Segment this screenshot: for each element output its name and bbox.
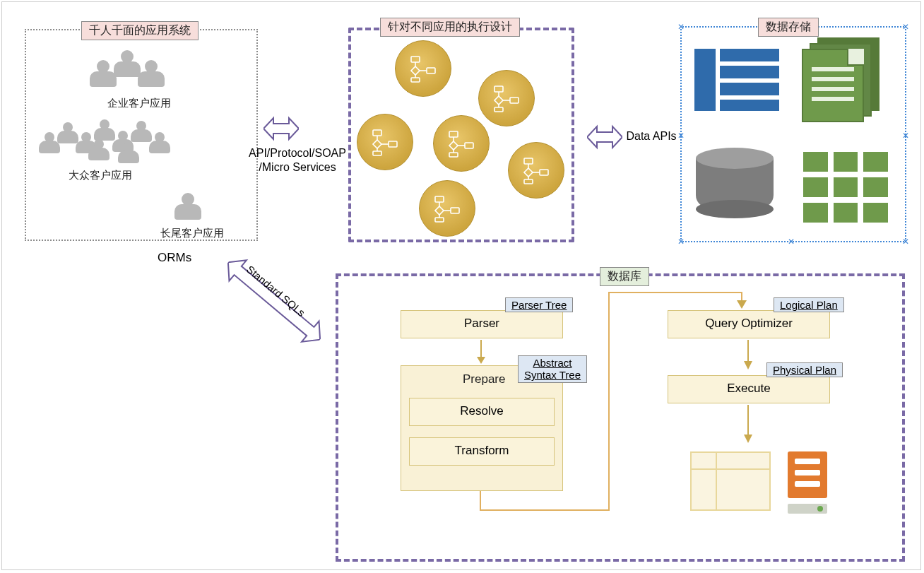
svg-rect-10 [389,141,397,147]
mass-clients-icon [39,115,187,172]
exec-node-icon [433,115,490,172]
exec-node-icon [508,142,564,199]
data-apis-arrow [587,122,622,152]
svg-rect-7 [494,107,503,112]
longtail-client-label: 长尾客户应用 [160,227,224,240]
svg-rect-23 [435,218,444,222]
enterprise-clients-icon [90,50,174,100]
physical-plan-chip: Physical Plan [766,362,843,377]
query-optimizer-stage: Query Optimizer [668,310,830,338]
svg-rect-2 [427,68,435,73]
clients-box: 千人千面的应用系统 企业客户应用 大众客户应用 长尾客户应用 [25,29,258,241]
parser-stage: Parser [401,310,563,338]
svg-rect-20 [435,196,444,202]
arrow-down-icon [741,340,755,371]
svg-marker-33 [744,435,752,443]
orms-label: ORMs [158,251,191,265]
logical-plan-chip: Logical Plan [774,297,844,312]
clients-title: 千人千面的应用系统 [81,21,199,40]
standard-sqls-arrow [218,250,331,353]
svg-rect-16 [524,158,533,164]
svg-marker-31 [744,361,752,370]
svg-marker-28 [477,357,485,364]
mass-clients-label: 大众客户应用 [69,169,132,182]
svg-rect-8 [373,130,381,136]
svg-marker-29 [737,300,747,309]
storage-title: 数据存储 [758,18,819,37]
svg-rect-12 [449,131,458,137]
svg-rect-19 [524,179,533,184]
execute-stage: Execute [668,375,830,403]
data-apis-label: Data APIs [620,129,683,143]
svg-marker-25 [587,126,622,148]
grid-storage-icon [803,152,888,223]
svg-marker-1 [411,66,420,75]
arrow-down-icon [741,405,755,444]
svg-rect-4 [494,86,503,92]
svg-rect-14 [465,143,473,148]
svg-rect-6 [510,98,519,103]
svg-marker-17 [524,168,533,177]
svg-rect-15 [449,153,458,157]
result-table-icon [690,451,771,511]
exec-node-icon [478,70,535,126]
result-disk-icon [788,504,827,514]
files-storage-icon [802,37,879,115]
result-server-icon [788,451,827,498]
architecture-diagram: 千人千面的应用系统 企业客户应用 大众客户应用 长尾客户应用 ORMs [1,1,921,570]
storage-box: ✕ ✕ ✕ ✕ ✕ ✕ ✕ ✕ [680,26,906,242]
execution-title: 针对不同应用的执行设计 [380,18,520,37]
transform-substage: Transform [409,437,555,466]
database-cylinder-icon [696,148,774,218]
ast-chip: Abstract Syntax Tree [518,355,587,383]
svg-rect-11 [373,151,381,155]
enterprise-clients-label: 企业客户应用 [107,97,171,110]
database-title: 数据库 [600,267,649,286]
arrow-down-icon [474,340,488,365]
svg-marker-21 [435,206,444,215]
svg-rect-22 [451,208,459,213]
svg-marker-5 [494,96,503,105]
exec-node-icon [395,40,451,97]
parser-tree-chip: Parser Tree [505,297,573,312]
exec-node-icon [419,180,475,237]
svg-rect-3 [411,78,420,82]
prepare-label: Prepare [463,372,505,386]
table-storage-icon [694,49,779,111]
exec-node-icon [357,114,413,170]
svg-marker-13 [449,141,458,150]
resolve-substage: Resolve [409,398,555,426]
database-box: 数据库 Parser Parser Tree Prepare Abstract … [336,273,905,562]
svg-rect-0 [411,57,420,62]
svg-rect-18 [540,170,548,175]
svg-marker-9 [373,140,381,148]
api-arrow-label: API/Protocol/SOAP /Micro Services [241,124,354,175]
execution-box [348,28,574,242]
